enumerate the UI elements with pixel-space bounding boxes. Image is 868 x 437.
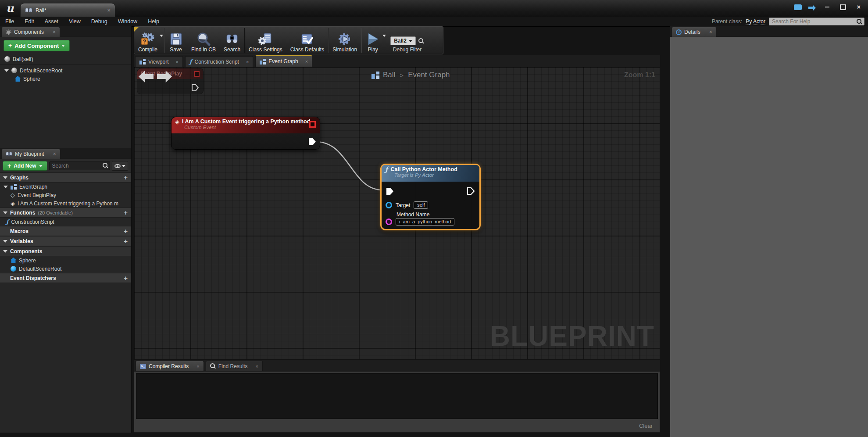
save-button[interactable]: Save [164,27,187,54]
ghost-node-event-beginplay[interactable]: Event BeginPlay [137,68,204,94]
tab-components[interactable]: Components × [2,27,60,37]
compile-button[interactable]: ? Compile [134,27,161,54]
add-function-icon[interactable]: + [124,210,128,215]
my-blueprint-tab-close-icon[interactable]: × [53,151,56,157]
event-graph-tab-close-icon[interactable]: × [305,59,308,64]
expander-icon[interactable] [3,211,7,214]
event-diamond-icon: ◇ [11,192,15,198]
menu-asset[interactable]: Asset [39,18,64,25]
breadcrumb: Ball > Event Graph [372,71,450,79]
simulation-button[interactable]: Simulation [329,27,361,54]
tab-viewport[interactable]: Viewport × [135,56,183,67]
section-variables[interactable]: Variables + [0,236,131,246]
tab-details[interactable]: i Details × [672,27,716,37]
breadcrumb-current[interactable]: Event Graph [408,71,450,79]
maximize-button[interactable] [838,4,848,11]
item-event-beginplay[interactable]: ◇ Event BeginPlay [0,191,131,199]
play-options-chevron-icon[interactable] [382,35,386,37]
chevron-down-icon [61,45,65,47]
target-value-field[interactable]: self [414,201,428,209]
node-custom-event[interactable]: ◈ I Am A Custom Event triggering a Pytho… [171,117,320,150]
play-button[interactable]: Play [361,27,384,54]
method-name-string-pin-icon[interactable] [386,218,392,225]
blueprint-search-input[interactable] [49,161,110,170]
debug-object-value: Ball2 [394,38,407,44]
asset-tab-close-icon[interactable]: × [107,7,111,14]
tutorials-icon[interactable] [808,4,816,11]
tab-compiler-results[interactable]: >_ Compiler Results × [136,361,204,371]
delegate-pin-icon[interactable] [194,71,200,77]
component-row-sphere[interactable]: Sphere [0,75,131,83]
item-variable-defaultsceneroot[interactable]: DefaultSceneRoot [0,265,131,273]
add-component-button[interactable]: + Add Component [4,40,70,51]
menu-file[interactable]: File [0,18,19,25]
tab-event-graph[interactable]: Event Graph × [255,55,312,67]
feedback-bubble-icon[interactable] [794,4,802,10]
help-search-input[interactable] [769,18,864,25]
save-label: Save [170,47,182,53]
expander-icon[interactable] [3,176,7,179]
event-graph-canvas[interactable]: Event BeginPlay Ball > Event Graph Zoom … [134,67,660,360]
compile-options-chevron-icon[interactable] [160,35,163,37]
section-event-dispatchers[interactable]: Event Dispatchers + [0,273,131,283]
breadcrumb-root[interactable]: Ball [383,71,395,79]
components-tab-close-icon[interactable]: × [53,29,56,35]
method-name-value-field[interactable]: i_am_a_python_method [396,218,454,226]
exec-out-pin-icon[interactable] [467,187,475,195]
menu-debug[interactable]: Debug [86,18,113,25]
menu-help[interactable]: Help [143,18,164,25]
section-graphs[interactable]: Graphs + [0,172,131,183]
find-in-cb-button[interactable]: Find in CB [187,27,220,54]
tab-my-blueprint[interactable]: My Blueprint × [2,149,60,159]
construction-script-tab-close-icon[interactable]: × [246,59,249,64]
expander-icon[interactable] [4,186,8,188]
debug-object-dropdown[interactable]: Ball2 [390,36,416,45]
clear-button[interactable]: Clear [639,423,653,429]
tab-find-results[interactable]: Find Results × [206,361,263,371]
variables-header-label: Variables [10,238,33,244]
add-graph-icon[interactable]: + [124,175,128,180]
item-custom-event[interactable]: ◈ I Am A Custom Event triggering a Pytho… [0,199,131,208]
add-dispatcher-icon[interactable]: + [124,276,128,281]
details-tab-close-icon[interactable]: × [709,29,712,35]
parent-class-link[interactable]: Py Actor [746,18,765,25]
debug-search-icon[interactable] [418,38,424,44]
viewport-tab-close-icon[interactable]: × [175,59,178,64]
exec-out-pin-icon[interactable] [192,84,199,91]
add-new-button[interactable]: + Add New [3,161,47,171]
section-macros[interactable]: Macros + [0,226,131,236]
class-defaults-button[interactable]: Class Defaults [286,27,328,54]
menu-edit[interactable]: Edit [19,18,39,25]
compiler-results-close-icon[interactable]: × [196,364,199,369]
exec-in-pin-icon[interactable] [386,188,393,195]
checklist-icon [299,32,315,46]
expander-icon[interactable] [4,69,9,72]
delegate-pin-icon[interactable] [309,121,316,128]
close-button[interactable]: × [854,4,864,11]
section-variables-components[interactable]: Components [0,246,131,256]
menu-window[interactable]: Window [113,18,143,25]
class-settings-button[interactable]: Class Settings [245,27,286,54]
exec-out-pin-icon[interactable] [309,138,316,145]
menu-view[interactable]: View [64,18,86,25]
component-row-defaultsceneroot[interactable]: DefaultSceneRoot [0,66,131,75]
target-object-pin-icon[interactable] [386,202,392,208]
search-button[interactable]: Search [220,27,244,54]
item-variable-sphere[interactable]: Sphere [0,256,131,265]
add-variable-icon[interactable]: + [124,239,128,244]
find-results-close-icon[interactable]: × [256,364,258,369]
minimize-button[interactable] [822,4,832,11]
function-icon: ƒ [385,167,388,172]
add-macro-icon[interactable]: + [124,229,128,234]
item-constructionscript[interactable]: ƒ ConstructionScript [0,218,131,226]
compiler-results-log[interactable] [136,373,658,419]
expander-icon[interactable] [3,240,7,243]
tab-construction-script[interactable]: ƒ Construction Script × [185,56,253,67]
item-eventgraph[interactable]: EventGraph [0,183,131,191]
component-row-ball-self[interactable]: Ball(self) [0,55,131,63]
visibility-filter-button[interactable] [112,161,128,171]
asset-tab-ball[interactable]: Ball* × [20,3,115,17]
node-call-python-actor-method[interactable]: ƒ Call Python Actor Method Target is Py … [380,164,481,230]
expander-icon[interactable] [3,250,7,253]
section-functions[interactable]: Functions (20 Overridable) + [0,208,131,218]
